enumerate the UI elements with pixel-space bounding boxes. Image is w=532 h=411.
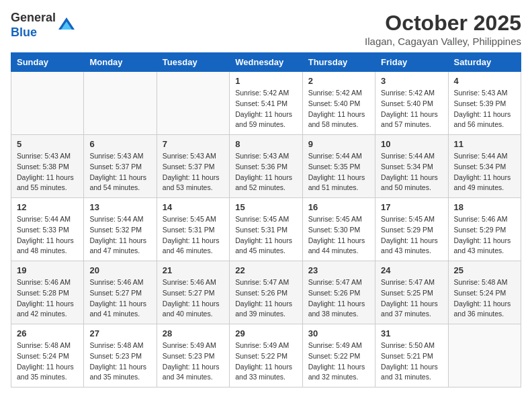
calendar-cell: 18Sunrise: 5:46 AMSunset: 5:29 PMDayligh… bbox=[448, 198, 521, 261]
logo: General Blue bbox=[11, 11, 76, 40]
day-header-sunday: Sunday bbox=[11, 53, 84, 72]
day-number: 17 bbox=[381, 202, 442, 212]
day-number: 12 bbox=[17, 202, 78, 212]
calendar-cell: 13Sunrise: 5:44 AMSunset: 5:32 PMDayligh… bbox=[84, 198, 157, 261]
calendar-cell: 24Sunrise: 5:47 AMSunset: 5:25 PMDayligh… bbox=[375, 261, 448, 324]
calendar-cell bbox=[448, 324, 521, 387]
day-info: Sunrise: 5:49 AMSunset: 5:22 PMDaylight:… bbox=[235, 340, 296, 383]
calendar-cell: 26Sunrise: 5:48 AMSunset: 5:24 PMDayligh… bbox=[11, 324, 84, 387]
day-info: Sunrise: 5:43 AMSunset: 5:38 PMDaylight:… bbox=[17, 151, 78, 193]
day-info: Sunrise: 5:47 AMSunset: 5:26 PMDaylight:… bbox=[308, 277, 369, 320]
day-info: Sunrise: 5:43 AMSunset: 5:39 PMDaylight:… bbox=[454, 88, 515, 130]
day-number: 21 bbox=[163, 265, 224, 275]
calendar-cell: 10Sunrise: 5:44 AMSunset: 5:34 PMDayligh… bbox=[375, 135, 448, 198]
day-number: 14 bbox=[163, 202, 224, 212]
day-info: Sunrise: 5:42 AMSunset: 5:40 PMDaylight:… bbox=[308, 88, 369, 130]
day-info: Sunrise: 5:50 AMSunset: 5:21 PMDaylight:… bbox=[381, 340, 442, 383]
day-number: 2 bbox=[308, 76, 369, 86]
week-row-5: 26Sunrise: 5:48 AMSunset: 5:24 PMDayligh… bbox=[11, 324, 521, 387]
calendar-cell: 28Sunrise: 5:49 AMSunset: 5:23 PMDayligh… bbox=[157, 324, 229, 387]
day-info: Sunrise: 5:48 AMSunset: 5:24 PMDaylight:… bbox=[17, 340, 78, 383]
day-info: Sunrise: 5:47 AMSunset: 5:25 PMDaylight:… bbox=[381, 277, 442, 320]
day-number: 1 bbox=[235, 76, 296, 86]
day-info: Sunrise: 5:47 AMSunset: 5:26 PMDaylight:… bbox=[235, 277, 296, 320]
calendar-cell: 9Sunrise: 5:44 AMSunset: 5:35 PMDaylight… bbox=[302, 135, 375, 198]
day-number: 20 bbox=[89, 265, 150, 275]
logo-blue: Blue bbox=[11, 26, 37, 39]
day-info: Sunrise: 5:43 AMSunset: 5:37 PMDaylight:… bbox=[89, 151, 150, 193]
calendar-table: SundayMondayTuesdayWednesdayThursdayFrid… bbox=[11, 52, 521, 387]
day-info: Sunrise: 5:44 AMSunset: 5:32 PMDaylight:… bbox=[89, 214, 150, 257]
day-number: 16 bbox=[308, 202, 369, 212]
day-number: 24 bbox=[381, 265, 442, 275]
day-number: 29 bbox=[235, 328, 296, 338]
logo-general: General bbox=[11, 11, 56, 24]
header: General Blue October 2025 Ilagan, Cagaya… bbox=[11, 11, 521, 47]
calendar-cell: 7Sunrise: 5:43 AMSunset: 5:37 PMDaylight… bbox=[157, 135, 229, 198]
calendar-cell: 1Sunrise: 5:42 AMSunset: 5:41 PMDaylight… bbox=[230, 72, 302, 135]
month-title: October 2025 bbox=[365, 11, 521, 36]
day-number: 18 bbox=[454, 202, 515, 212]
day-number: 6 bbox=[89, 139, 150, 149]
calendar-cell: 5Sunrise: 5:43 AMSunset: 5:38 PMDaylight… bbox=[11, 135, 84, 198]
calendar-cell: 19Sunrise: 5:46 AMSunset: 5:28 PMDayligh… bbox=[11, 261, 84, 324]
day-info: Sunrise: 5:44 AMSunset: 5:35 PMDaylight:… bbox=[308, 151, 369, 193]
calendar-cell: 21Sunrise: 5:46 AMSunset: 5:27 PMDayligh… bbox=[157, 261, 229, 324]
day-number: 23 bbox=[308, 265, 369, 275]
calendar-cell: 4Sunrise: 5:43 AMSunset: 5:39 PMDaylight… bbox=[448, 72, 521, 135]
calendar-cell: 20Sunrise: 5:46 AMSunset: 5:27 PMDayligh… bbox=[84, 261, 157, 324]
title-area: October 2025 Ilagan, Cagayan Valley, Phi… bbox=[365, 11, 521, 47]
day-number: 11 bbox=[454, 139, 515, 149]
day-info: Sunrise: 5:44 AMSunset: 5:34 PMDaylight:… bbox=[454, 151, 515, 193]
calendar-cell: 30Sunrise: 5:49 AMSunset: 5:22 PMDayligh… bbox=[302, 324, 375, 387]
day-info: Sunrise: 5:46 AMSunset: 5:29 PMDaylight:… bbox=[454, 214, 515, 257]
calendar-cell bbox=[84, 72, 157, 135]
day-info: Sunrise: 5:44 AMSunset: 5:34 PMDaylight:… bbox=[381, 151, 442, 193]
calendar-cell bbox=[11, 72, 84, 135]
day-number: 22 bbox=[235, 265, 296, 275]
day-number: 26 bbox=[17, 328, 78, 338]
day-number: 3 bbox=[381, 76, 442, 86]
day-number: 13 bbox=[89, 202, 150, 212]
day-info: Sunrise: 5:46 AMSunset: 5:27 PMDaylight:… bbox=[89, 277, 150, 320]
calendar-cell: 14Sunrise: 5:45 AMSunset: 5:31 PMDayligh… bbox=[157, 198, 229, 261]
day-info: Sunrise: 5:42 AMSunset: 5:41 PMDaylight:… bbox=[235, 88, 296, 130]
day-number: 10 bbox=[381, 139, 442, 149]
calendar-cell bbox=[157, 72, 229, 135]
day-number: 15 bbox=[235, 202, 296, 212]
day-info: Sunrise: 5:45 AMSunset: 5:31 PMDaylight:… bbox=[235, 214, 296, 257]
day-info: Sunrise: 5:42 AMSunset: 5:40 PMDaylight:… bbox=[381, 88, 442, 130]
day-header-monday: Monday bbox=[84, 53, 157, 72]
day-info: Sunrise: 5:43 AMSunset: 5:36 PMDaylight:… bbox=[235, 151, 296, 193]
day-header-friday: Friday bbox=[375, 53, 448, 72]
day-info: Sunrise: 5:45 AMSunset: 5:29 PMDaylight:… bbox=[381, 214, 442, 257]
days-header-row: SundayMondayTuesdayWednesdayThursdayFrid… bbox=[11, 53, 521, 72]
day-info: Sunrise: 5:45 AMSunset: 5:31 PMDaylight:… bbox=[163, 214, 224, 257]
week-row-2: 5Sunrise: 5:43 AMSunset: 5:38 PMDaylight… bbox=[11, 135, 521, 198]
day-header-tuesday: Tuesday bbox=[157, 53, 229, 72]
calendar-cell: 11Sunrise: 5:44 AMSunset: 5:34 PMDayligh… bbox=[448, 135, 521, 198]
calendar-cell: 15Sunrise: 5:45 AMSunset: 5:31 PMDayligh… bbox=[230, 198, 302, 261]
day-number: 25 bbox=[454, 265, 515, 275]
week-row-1: 1Sunrise: 5:42 AMSunset: 5:41 PMDaylight… bbox=[11, 72, 521, 135]
day-info: Sunrise: 5:46 AMSunset: 5:27 PMDaylight:… bbox=[163, 277, 224, 320]
calendar-cell: 17Sunrise: 5:45 AMSunset: 5:29 PMDayligh… bbox=[375, 198, 448, 261]
calendar-cell: 16Sunrise: 5:45 AMSunset: 5:30 PMDayligh… bbox=[302, 198, 375, 261]
calendar-cell: 12Sunrise: 5:44 AMSunset: 5:33 PMDayligh… bbox=[11, 198, 84, 261]
location-subtitle: Ilagan, Cagayan Valley, Philippines bbox=[365, 36, 521, 47]
day-number: 31 bbox=[381, 328, 442, 338]
calendar-cell: 3Sunrise: 5:42 AMSunset: 5:40 PMDaylight… bbox=[375, 72, 448, 135]
day-number: 7 bbox=[163, 139, 224, 149]
day-info: Sunrise: 5:48 AMSunset: 5:23 PMDaylight:… bbox=[89, 340, 150, 383]
day-info: Sunrise: 5:46 AMSunset: 5:28 PMDaylight:… bbox=[17, 277, 78, 320]
calendar-cell: 6Sunrise: 5:43 AMSunset: 5:37 PMDaylight… bbox=[84, 135, 157, 198]
day-info: Sunrise: 5:45 AMSunset: 5:30 PMDaylight:… bbox=[308, 214, 369, 257]
day-info: Sunrise: 5:44 AMSunset: 5:33 PMDaylight:… bbox=[17, 214, 78, 257]
day-number: 27 bbox=[89, 328, 150, 338]
day-number: 30 bbox=[308, 328, 369, 338]
day-number: 5 bbox=[17, 139, 78, 149]
day-number: 28 bbox=[163, 328, 224, 338]
day-number: 4 bbox=[454, 76, 515, 86]
day-number: 9 bbox=[308, 139, 369, 149]
calendar-cell: 22Sunrise: 5:47 AMSunset: 5:26 PMDayligh… bbox=[230, 261, 302, 324]
